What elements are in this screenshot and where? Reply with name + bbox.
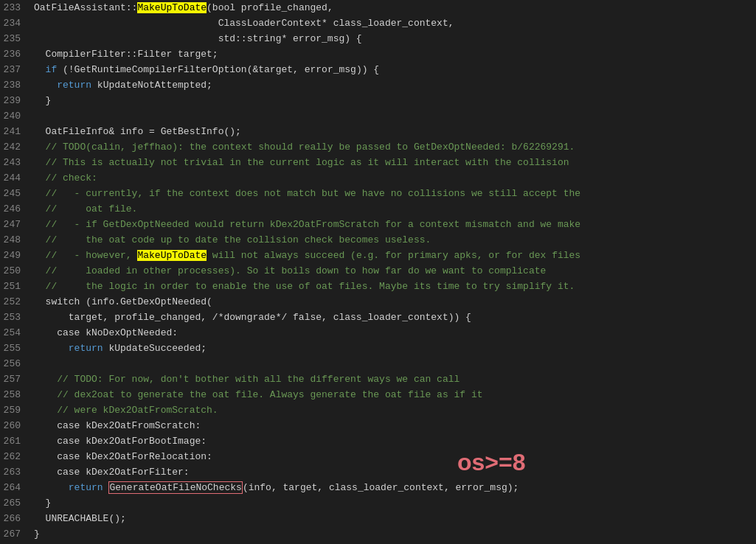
line-content: // check: [28,170,756,186]
token: case kDex2OatForRelocation: [34,451,212,462]
line-row: 265 } [0,495,756,511]
token: } [34,95,51,106]
code-container: 233OatFileAssistant::MakeUpToDate(bool p… [0,0,756,544]
line-number: 267 [0,526,28,542]
line-content: case kDex2OatForBootImage: [28,433,756,449]
token: case kDex2OatForFilter: [34,467,190,478]
line-row: 260 case kDex2OatFromScratch: [0,418,756,433]
line-content: // TODO(calin, jeffhao): the context sho… [28,139,756,155]
line-number: 248 [0,232,28,248]
line-content: target, profile_changed, /*downgrade*/ f… [28,310,756,325]
line-row: 258 // dex2oat to generate the oat file.… [0,387,756,402]
line-content: CompilerFilter::Filter target; [28,46,756,62]
token: // TODO(calin, jeffhao): the context sho… [34,142,575,153]
token [34,343,69,354]
line-row: 257 // TODO: For now, don't bother with … [0,372,756,387]
os-annotation: os>=8 [457,450,526,474]
line-number: 265 [0,495,28,511]
line-number: 246 [0,201,28,217]
line-content: case kDex2OatForFilter: [28,464,756,480]
token [34,64,46,75]
line-number: 245 [0,186,28,201]
line-content: // TODO: For now, don't bother with all … [28,372,756,387]
line-number: 251 [0,279,28,294]
token: target, profile_changed, /*downgrade*/ f… [34,312,471,323]
line-number: 244 [0,170,28,186]
line-content: if (!GetRuntimeCompilerFilterOption(&tar… [28,62,756,77]
line-content: // were kDex2OatFromScratch. [28,402,756,418]
line-row: 237 if (!GetRuntimeCompilerFilterOption(… [0,62,756,77]
line-number: 234 [0,15,28,31]
token: UNREACHABLE(); [34,513,126,524]
line-row: 245 // - currently, if the context does … [0,186,756,201]
line-number: 247 [0,217,28,232]
token: // the oat code up to date the collision… [34,234,431,245]
token: MakeUpToDate [137,2,207,13]
line-content: } [28,93,756,108]
token: ClassLoaderContext* class_loader_context… [34,18,454,29]
line-row: 235 std::string* error_msg) { [0,31,756,46]
line-row: 251 // the logic in order to enable the … [0,279,756,294]
token: (bool profile_changed, [207,2,333,13]
token: // - however, [34,250,137,261]
line-number: 239 [0,93,28,108]
line-number: 252 [0,294,28,310]
line-number: 236 [0,46,28,62]
token: // loaded in other processes). So it boi… [34,265,546,276]
line-row: 266 UNREACHABLE(); [0,511,756,526]
line-row: 246 // oat file. [0,201,756,217]
line-content: // the logic in order to enable the use … [28,279,756,294]
line-number: 233 [0,0,28,15]
line-row: 233OatFileAssistant::MakeUpToDate(bool p… [0,0,756,15]
line-number: 250 [0,263,28,279]
line-row: 254 case kNoDexOptNeeded: [0,325,756,341]
line-number: 261 [0,433,28,449]
line-row: 256 [0,356,756,372]
line-number: 238 [0,77,28,93]
line-number: 263 [0,464,28,480]
line-number: 260 [0,418,28,433]
token: // This is actually not trivial in the c… [34,157,569,168]
token: case kNoDexOptNeeded: [34,327,178,338]
line-content: // This is actually not trivial in the c… [28,155,756,170]
line-content: switch (info.GetDexOptNeeded( [28,294,756,310]
line-content: // - however, MakeUpToDate will not alwa… [28,248,756,263]
token: return [57,80,91,91]
line-row: 238 return kUpdateNotAttempted; [0,77,756,93]
token: (!GetRuntimeCompilerFilterOption(&target… [57,64,379,75]
token: return [69,343,103,354]
line-content: return GenerateOatFileNoChecks(info, tar… [28,480,756,495]
token: // dex2oat to generate the oat file. Alw… [34,389,483,400]
token: case kDex2OatForBootImage: [34,436,207,447]
line-row: 244 // check: [0,170,756,186]
token: switch (info.GetDexOptNeeded( [34,296,212,307]
token: kUpdateNotAttempted; [91,80,212,91]
line-number: 264 [0,480,28,495]
line-row: 240 [0,108,756,124]
token: CompilerFilter::Filter target; [34,49,218,60]
line-number: 240 [0,108,28,124]
token: // the logic in order to enable the use … [34,281,575,292]
line-number: 241 [0,124,28,139]
token: // TODO: For now, don't bother with all … [34,374,460,385]
token: } [34,529,40,540]
line-content: std::string* error_msg) { [28,31,756,46]
line-number: 235 [0,31,28,46]
token: kUpdateSucceeded; [103,343,207,354]
line-content: // - if GetDexOptNeeded would return kDe… [28,217,756,232]
token: } [34,498,51,509]
line-number: 254 [0,325,28,341]
line-content: OatFileAssistant::MakeUpToDate(bool prof… [28,0,756,15]
line-row: 250 // loaded in other processes). So it… [0,263,756,279]
line-content: } [28,526,756,542]
line-row: 242 // TODO(calin, jeffhao): the context… [0,139,756,155]
token: // check: [34,172,97,184]
line-content: // dex2oat to generate the oat file. Alw… [28,387,756,402]
token [34,482,69,493]
line-number: 266 [0,511,28,526]
line-row: 239 } [0,93,756,108]
line-number: 255 [0,341,28,356]
line-content: case kDex2OatForRelocation: [28,449,756,464]
line-number: 243 [0,155,28,170]
line-content: } [28,495,756,511]
